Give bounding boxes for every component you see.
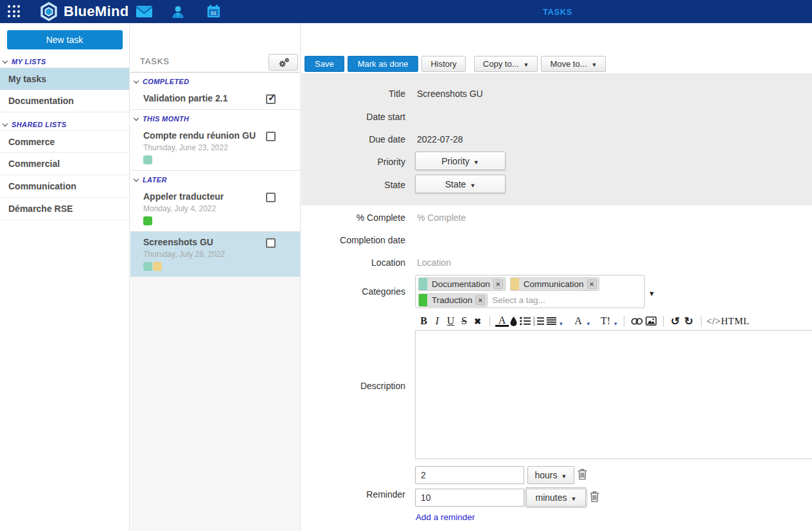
task-checkbox[interactable] bbox=[266, 132, 276, 141]
task-row-screenshots-gu[interactable]: Screenshots GU Thursday, July 28, 2022 bbox=[130, 232, 300, 277]
sidebar-item-commercial[interactable]: Commercial bbox=[0, 153, 129, 175]
task-date: Monday, July 4, 2022 bbox=[143, 204, 272, 213]
insert-image-button[interactable] bbox=[646, 317, 657, 326]
percent-complete-field[interactable]: % Complete bbox=[417, 213, 466, 223]
section-label: SHARED LISTS bbox=[12, 121, 66, 128]
unordered-list-button[interactable] bbox=[520, 317, 531, 326]
calendar-icon[interactable]: 31 bbox=[207, 4, 220, 19]
task-checkbox-checked[interactable]: ✓ bbox=[266, 94, 276, 104]
dropdown-caret-icon: ▾ bbox=[614, 320, 617, 327]
location-field[interactable]: Location bbox=[417, 257, 451, 268]
remove-tag-icon[interactable]: ✕ bbox=[475, 295, 485, 305]
chevron-down-icon bbox=[134, 78, 139, 83]
save-button[interactable]: Save bbox=[304, 56, 344, 72]
gears-icon bbox=[278, 57, 290, 68]
bluemind-logo[interactable]: BlueMind bbox=[39, 2, 128, 21]
list-label: Commercial bbox=[8, 159, 60, 169]
svg-text:3: 3 bbox=[533, 322, 535, 326]
task-list-settings-button[interactable] bbox=[269, 54, 298, 71]
underline-button[interactable]: U bbox=[444, 315, 457, 327]
completion-date-label: Completion date bbox=[301, 235, 405, 245]
mail-icon[interactable] bbox=[136, 6, 152, 17]
category-chip bbox=[153, 262, 162, 271]
list-label: My tasks bbox=[8, 74, 46, 84]
chevron-down-icon bbox=[134, 176, 139, 181]
description-editor-area[interactable] bbox=[415, 330, 812, 459]
reminder-value-input-2[interactable] bbox=[415, 489, 524, 507]
task-section-this-month[interactable]: THIS MONTH bbox=[130, 110, 300, 125]
sidebar-item-my-tasks[interactable]: My tasks bbox=[0, 67, 129, 90]
dropdown-arrow-icon: ▼ bbox=[470, 182, 475, 189]
mark-as-done-button[interactable]: Mark as done bbox=[348, 56, 419, 72]
task-section-later[interactable]: LATER bbox=[130, 171, 300, 186]
task-section-completed[interactable]: COMPLETED bbox=[130, 73, 300, 88]
percent-complete-label: % Complete bbox=[301, 213, 405, 223]
move-to-button[interactable]: Move to...▼ bbox=[541, 56, 606, 72]
list-label: Communication bbox=[8, 181, 76, 191]
delete-reminder-button-1[interactable] bbox=[578, 469, 587, 482]
tag-color-chip bbox=[419, 293, 427, 307]
task-checkbox[interactable] bbox=[266, 238, 276, 248]
contacts-icon[interactable] bbox=[171, 6, 185, 18]
title-value[interactable]: Screenshots GU bbox=[417, 89, 483, 99]
state-dropdown[interactable]: State▼ bbox=[415, 175, 506, 193]
add-reminder-link[interactable]: Add a reminder bbox=[416, 512, 475, 522]
svg-text:31: 31 bbox=[211, 10, 216, 16]
category-chip bbox=[143, 262, 152, 271]
trash-icon bbox=[578, 469, 587, 480]
highlight-color-button[interactable] bbox=[510, 317, 517, 326]
task-row-validation-partie[interactable]: Validation partie 2.1 ✓ bbox=[130, 88, 300, 110]
copy-to-button[interactable]: Copy to...▼ bbox=[474, 56, 538, 72]
strikethrough-button[interactable]: S bbox=[457, 315, 471, 327]
html-source-button[interactable]: </>HTML bbox=[707, 316, 750, 327]
delete-reminder-button-2[interactable] bbox=[590, 491, 599, 505]
remove-tag-icon[interactable]: ✕ bbox=[493, 279, 503, 289]
toolbar-divider bbox=[663, 316, 664, 327]
task-row-compte-rendu[interactable]: Compte rendu réunion GU Thursday, June 2… bbox=[130, 125, 300, 171]
font-color-button[interactable]: A bbox=[495, 315, 509, 327]
insert-link-button[interactable] bbox=[631, 317, 643, 326]
new-task-button[interactable]: New task bbox=[7, 30, 123, 49]
tag-communication: Communication✕ bbox=[510, 277, 599, 291]
categories-dropdown-arrow[interactable]: ▼ bbox=[648, 290, 655, 297]
font-family-button[interactable]: A bbox=[572, 315, 585, 327]
paragraph-style-button[interactable] bbox=[547, 317, 556, 325]
sidebar: New task MY LISTS My tasks Documentation… bbox=[0, 23, 130, 531]
reminder-unit-dropdown-1[interactable]: hours▼ bbox=[527, 466, 574, 484]
task-detail-panel: Save Mark as done History Copy to...▼ Mo… bbox=[301, 23, 812, 531]
reminder-value-input-1[interactable] bbox=[415, 466, 524, 484]
italic-button[interactable]: I bbox=[430, 315, 444, 327]
task-row-appeler-traducteur[interactable]: Appeler traducteur Monday, July 4, 2022 bbox=[130, 186, 300, 232]
clear-format-button[interactable]: ✖ bbox=[471, 317, 484, 326]
app-grid-icon[interactable] bbox=[8, 5, 21, 18]
dropdown-arrow-icon: ▼ bbox=[473, 159, 479, 166]
sidebar-item-documentation[interactable]: Documentation bbox=[0, 90, 129, 112]
bullet-list-icon bbox=[520, 317, 531, 326]
list-label: Démarche RSE bbox=[8, 204, 73, 214]
task-date: Thursday, July 28, 2022 bbox=[143, 250, 272, 259]
sidebar-section-shared-lists[interactable]: SHARED LISTS bbox=[0, 121, 129, 128]
location-label: Location bbox=[301, 257, 405, 268]
undo-button[interactable]: ↺ bbox=[669, 315, 682, 328]
due-date-value[interactable]: 2022-07-28 bbox=[417, 134, 463, 144]
ordered-list-button[interactable]: 1 2 3 bbox=[533, 317, 544, 326]
priority-dropdown[interactable]: Priority▼ bbox=[415, 152, 506, 170]
task-category-chips bbox=[143, 155, 272, 164]
sidebar-item-communication[interactable]: Communication bbox=[0, 175, 129, 198]
redo-button[interactable]: ↻ bbox=[682, 315, 696, 328]
sidebar-section-my-lists[interactable]: MY LISTS bbox=[0, 58, 129, 65]
trash-icon bbox=[590, 491, 599, 503]
categories-tag-input[interactable]: Documentation✕ Communication✕ Traduction… bbox=[415, 275, 645, 308]
reminder-unit-dropdown-2[interactable]: minutes▼ bbox=[526, 489, 586, 507]
task-checkbox[interactable] bbox=[266, 193, 276, 202]
tag-input-placeholder[interactable]: Select a tag... bbox=[492, 295, 545, 305]
task-list-title: TASKS bbox=[140, 57, 170, 66]
remove-tag-icon[interactable]: ✕ bbox=[587, 279, 597, 289]
sidebar-item-demarche-rse[interactable]: Démarche RSE bbox=[0, 198, 129, 220]
list-label: Documentation bbox=[8, 96, 74, 106]
font-size-button[interactable]: T! bbox=[599, 315, 612, 327]
bold-button[interactable]: B bbox=[417, 315, 430, 327]
history-button[interactable]: History bbox=[421, 56, 465, 72]
sidebar-item-commerce[interactable]: Commerce bbox=[0, 130, 129, 153]
category-chip bbox=[143, 216, 152, 225]
